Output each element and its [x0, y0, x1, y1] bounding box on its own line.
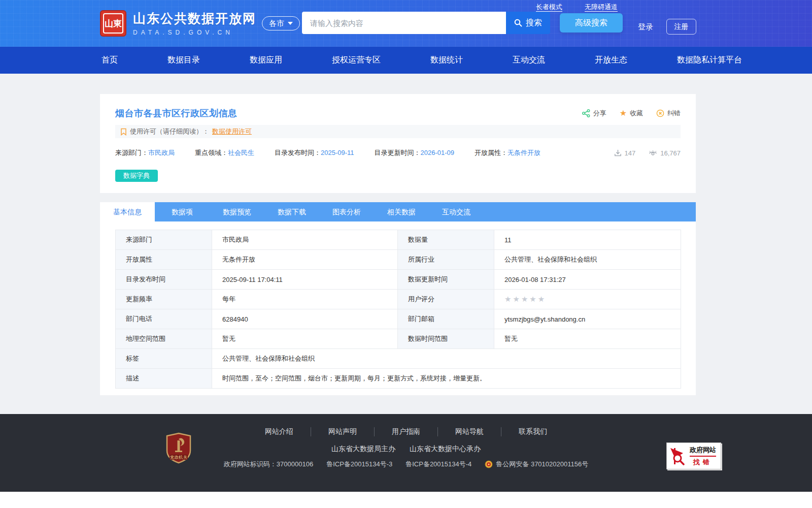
- footer-security-text[interactable]: 鲁公网安备 37010202001156号: [496, 460, 588, 469]
- footer-link-sitemap[interactable]: 网站导航: [437, 427, 501, 436]
- find-error-line2: 找错: [693, 458, 713, 467]
- police-badge-icon: [485, 460, 493, 469]
- nav-item-data-statistics[interactable]: 数据统计: [430, 55, 463, 66]
- find-error-magnifier-icon: [670, 447, 685, 465]
- nav-item-data-catalog[interactable]: 数据目录: [167, 55, 200, 66]
- meta-openness-value[interactable]: 无条件开放: [507, 149, 540, 156]
- nav-item-home[interactable]: 首页: [101, 55, 118, 66]
- svg-text:党政机关: 党政机关: [170, 455, 188, 460]
- correction-label: 纠错: [667, 109, 681, 118]
- info-value: ytsmzjbgs@yt.shandong.cn: [494, 309, 681, 329]
- search-icon: [514, 19, 522, 27]
- download-count: 147: [614, 149, 636, 157]
- footer-link-contact[interactable]: 联系我们: [501, 427, 564, 436]
- info-label: 部门电话: [116, 309, 212, 329]
- footer-organizer: 山东省大数据中心承办: [410, 444, 481, 453]
- info-label: 数据量: [398, 230, 494, 250]
- city-selector-dropdown[interactable]: 各市: [262, 16, 300, 30]
- table-row: 描述 时间范围，至今；空间范围，烟台市；更新周期，每月；更新方式，系统对接，增量…: [116, 369, 681, 389]
- license-link[interactable]: 数据使用许可: [212, 127, 252, 136]
- footer-icp-2[interactable]: 鲁ICP备20015134号-4: [405, 460, 471, 469]
- tab-chart-analysis[interactable]: 图表分析: [319, 202, 374, 221]
- nav-item-data-apps[interactable]: 数据应用: [250, 55, 282, 66]
- info-label: 数据更新时间: [398, 270, 494, 290]
- dataset-summary-card: 烟台市各县市区行政区划信息 分享 ★ 收藏 纠错: [100, 94, 696, 193]
- info-label: 描述: [116, 369, 212, 389]
- info-value: 暂无: [212, 329, 398, 349]
- seal-text: 山東: [103, 13, 123, 34]
- advanced-search-button[interactable]: 高级搜索: [560, 13, 623, 33]
- main-content: 烟台市各县市区行政区划信息 分享 ★ 收藏 纠错: [0, 74, 812, 414]
- license-bar: 使用许可（请仔细阅读）： 数据使用许可: [115, 125, 681, 138]
- favorite-button[interactable]: ★ 收藏: [620, 109, 643, 118]
- tab-basic-info[interactable]: 基本信息: [100, 202, 155, 221]
- table-row: 地理空间范围 暂无 数据时间范围 暂无: [116, 329, 681, 349]
- footer-link-about[interactable]: 网站介绍: [248, 427, 311, 436]
- footer-security: 鲁公网安备 37010202001156号: [485, 460, 588, 469]
- info-label: 所属行业: [398, 250, 494, 270]
- meta-publish-label: 目录发布时间：: [275, 149, 321, 156]
- info-value: 6284940: [212, 309, 398, 329]
- bookmark-icon: [120, 128, 127, 136]
- correction-button[interactable]: 纠错: [656, 109, 681, 118]
- footer-link-statement[interactable]: 网站声明: [311, 427, 374, 436]
- star-icon: ★: [620, 109, 627, 117]
- site-footer: 网站介绍 网站声明 用户指南 网站导航 联系我们 山东省大数据局主办 山东省大数…: [0, 414, 812, 492]
- info-label: 地理空间范围: [116, 329, 212, 349]
- footer-site-code: 政府网站标识码：3700000106: [224, 460, 313, 469]
- info-label: 用户评分: [398, 290, 494, 309]
- bottom-spacer: [0, 492, 812, 508]
- accessibility-link[interactable]: 无障碍通道: [585, 3, 618, 12]
- error-circle-icon: [656, 109, 664, 117]
- nav-item-open-ecosystem[interactable]: 开放生态: [595, 55, 627, 66]
- gov-site-find-error-badge[interactable]: 政府网站 找错: [666, 442, 721, 469]
- site-seal-logo: 山東: [100, 10, 126, 37]
- register-button[interactable]: 注册: [666, 19, 696, 35]
- login-link[interactable]: 登录: [638, 22, 653, 32]
- dataset-title: 烟台市各县市区行政区划信息: [115, 107, 238, 119]
- share-button[interactable]: 分享: [582, 109, 606, 118]
- chevron-down-icon: [288, 22, 293, 25]
- tab-data-preview[interactable]: 数据预览: [210, 202, 264, 221]
- info-value: 无条件开放: [212, 250, 398, 270]
- tab-related-data[interactable]: 相关数据: [374, 202, 429, 221]
- elder-mode-link[interactable]: 长者模式: [536, 3, 562, 12]
- eye-icon: [649, 149, 657, 156]
- footer-links: 网站介绍 网站声明 用户指南 网站导航 联系我们: [0, 414, 812, 436]
- view-count: 16,767: [649, 149, 681, 157]
- share-icon: [582, 109, 590, 117]
- table-row: 开放属性 无条件开放 所属行业 公共管理、社会保障和社会组织: [116, 250, 681, 270]
- table-row: 更新频率 每年 用户评分 ★★★★★: [116, 290, 681, 309]
- site-title: 山东公共数据开放网: [133, 10, 256, 27]
- download-count-value: 147: [625, 149, 636, 157]
- info-value: 公共管理、社会保障和社会组织: [494, 250, 681, 270]
- meta-source-value[interactable]: 市民政局: [148, 149, 175, 156]
- rating-stars[interactable]: ★★★★★: [504, 295, 546, 303]
- footer-icp-1[interactable]: 鲁ICP备20015134号-3: [326, 460, 392, 469]
- meta-domain-value[interactable]: 社会民生: [228, 149, 254, 156]
- table-row: 目录发布时间 2025-09-11 17:04:11 数据更新时间 2026-0…: [116, 270, 681, 290]
- footer-link-guide[interactable]: 用户指南: [374, 427, 437, 436]
- info-label: 开放属性: [116, 250, 212, 270]
- favorite-label: 收藏: [630, 109, 643, 118]
- info-value: 时间范围，至今；空间范围，烟台市；更新周期，每月；更新方式，系统对接，增量更新。: [212, 369, 681, 389]
- search-button-label: 搜索: [526, 18, 542, 28]
- tab-data-items[interactable]: 数据项: [155, 202, 210, 221]
- tab-data-download[interactable]: 数据下载: [264, 202, 319, 221]
- basic-info-table: 来源部门 市民政局 数据量 11 开放属性 无条件开放 所属行业 公共管理、社会…: [115, 230, 681, 389]
- search-button[interactable]: 搜索: [506, 12, 550, 34]
- meta-openness-label: 开放属性：: [475, 149, 507, 156]
- basic-info-panel: 来源部门 市民政局 数据量 11 开放属性 无条件开放 所属行业 公共管理、社会…: [100, 221, 696, 395]
- nav-item-authorized-operation[interactable]: 授权运营专区: [332, 55, 381, 66]
- data-dictionary-button[interactable]: 数据字典: [115, 170, 158, 182]
- share-label: 分享: [593, 109, 606, 118]
- info-label: 数据时间范围: [398, 329, 494, 349]
- info-value: 暂无: [494, 329, 681, 349]
- meta-domain-label: 重点领域：: [195, 149, 228, 156]
- info-value: 2026-01-08 17:31:27: [494, 270, 681, 290]
- nav-item-privacy-computing[interactable]: 数据隐私计算平台: [677, 55, 742, 66]
- search-input[interactable]: [302, 12, 506, 34]
- nav-item-interaction[interactable]: 互动交流: [513, 55, 545, 66]
- download-icon: [614, 149, 622, 157]
- tab-interaction[interactable]: 互动交流: [429, 202, 484, 221]
